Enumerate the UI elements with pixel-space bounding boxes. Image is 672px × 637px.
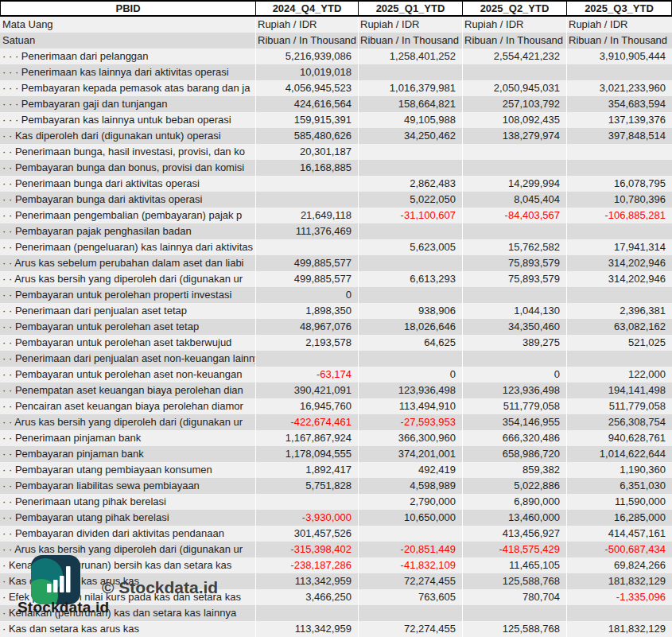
cell-value: 2,396,381	[567, 303, 672, 319]
cell-value: 256,308,754	[567, 414, 672, 430]
cell-value: 314,202,946	[567, 271, 672, 287]
row-label: · · Pembayaran utang pembiayaan konsumen	[0, 462, 256, 478]
cell-value: Ribuan / In Thousand	[256, 33, 359, 49]
cell-value	[256, 192, 359, 208]
table-row: · · Penerimaan bunga dari aktivitas oper…	[0, 176, 672, 192]
cell-value: 492,419	[359, 462, 463, 478]
cell-value: 1,016,379,981	[359, 80, 463, 96]
cell-value: 511,779,058	[463, 398, 567, 414]
cell-value: 390,421,091	[256, 383, 359, 398]
cell-value: 4,598,989	[359, 478, 463, 494]
cell-value: Ribuan / In Thousand	[463, 33, 567, 49]
cell-value: 8,045,404	[463, 192, 567, 208]
cell-value	[567, 605, 672, 621]
cell-value: 938,906	[359, 303, 463, 319]
cell-value: 15,762,582	[463, 239, 567, 255]
cell-value: 11,465,105	[463, 557, 567, 573]
cell-value: 158,664,821	[359, 96, 463, 112]
table-row: · · Arus kas bersih yang diperoleh dari …	[0, 271, 672, 287]
watermark-copyright-text: © Stockdata.id	[102, 578, 218, 597]
cell-value	[567, 64, 672, 80]
row-label: · · Penerimaan pinjaman bank	[0, 430, 256, 446]
cell-value	[359, 223, 463, 239]
table-row: · · Pembayaran utang pihak berelasi-3,93…	[0, 510, 672, 526]
cell-value: 49,105,988	[359, 112, 463, 128]
cell-value: 113,342,959	[256, 621, 359, 637]
row-label: · · Pembayaran untuk perolehan properti …	[0, 287, 256, 303]
cell-value: 414,457,161	[567, 526, 672, 542]
row-label: · · Pembayaran liabilitas sewa pembiayaa…	[0, 478, 256, 494]
cell-value: 1,892,417	[256, 462, 359, 478]
cell-value: -27,593,953	[359, 414, 463, 430]
row-label: · · Penerimaan bunga, hasil investasi, p…	[0, 144, 256, 160]
cell-value: 122,000	[567, 367, 672, 383]
cell-value: 72,274,455	[359, 573, 463, 589]
row-label: · Kas dan setara kas arus kas	[0, 621, 256, 637]
cell-value: 137,139,376	[567, 112, 672, 128]
cell-value	[256, 605, 359, 621]
cell-value: 5,623,005	[359, 239, 463, 255]
cell-value: 11,590,000	[567, 494, 672, 510]
cell-value: 16,078,795	[567, 176, 672, 192]
table-row: · · · Pembayaran gaji dan tunjangan424,6…	[0, 96, 672, 112]
cell-value: 4,056,945,523	[256, 80, 359, 96]
cell-value	[359, 255, 463, 271]
cell-value	[567, 351, 672, 367]
table-row: · · Pembayaran untuk perolehan aset non-…	[0, 367, 672, 383]
cell-value	[567, 287, 672, 303]
cell-value: 34,250,462	[359, 128, 463, 144]
row-label: · · Pembayaran pajak penghasilan badan	[0, 223, 256, 239]
cell-value: 301,457,526	[256, 526, 359, 542]
cell-value: Ribuan / In Thousand	[359, 33, 463, 49]
cell-value: 6,351,030	[567, 478, 672, 494]
cell-value: -418,575,429	[463, 542, 567, 557]
cell-value: -84,403,567	[463, 208, 567, 223]
table-row: · · Penempatan aset keuangan biaya perol…	[0, 383, 672, 398]
row-label: · · Kas diperoleh dari (digunakan untuk)…	[0, 128, 256, 144]
cell-value	[463, 287, 567, 303]
cell-value: 354,683,594	[567, 96, 672, 112]
cell-value: 389,275	[463, 335, 567, 351]
row-label: · · Pencairan aset keuangan biaya perole…	[0, 398, 256, 414]
row-label: · · Penerimaan dari penjualan aset non-k…	[0, 351, 256, 367]
cell-value: 1,044,130	[463, 303, 567, 319]
cell-value: 10,780,396	[567, 192, 672, 208]
table-row: · · Penerimaan utang pihak berelasi2,790…	[0, 494, 672, 510]
cell-value: Rupiah / IDR	[256, 17, 359, 33]
cell-value: 6,613,293	[359, 271, 463, 287]
table-row: · · Penerimaan bunga, hasil investasi, p…	[0, 144, 672, 160]
cell-value	[256, 494, 359, 510]
table-row: · · Pembayaran untuk perolehan properti …	[0, 287, 672, 303]
row-label: · · Pembayaran untuk perolehan aset takb…	[0, 335, 256, 351]
cell-value: -41,832,109	[359, 557, 463, 573]
cell-value	[256, 176, 359, 192]
cell-value	[567, 160, 672, 176]
cell-value: 1,178,094,555	[256, 446, 359, 462]
cell-value: 113,342,959	[256, 573, 359, 589]
cell-value: 499,885,577	[256, 271, 359, 287]
cell-value: 10,650,000	[359, 510, 463, 526]
cell-value: 181,832,129	[567, 621, 672, 637]
cell-value: 125,588,768	[463, 621, 567, 637]
cell-value	[463, 160, 567, 176]
cell-value: 257,103,792	[463, 96, 567, 112]
row-label: Satuan	[0, 33, 256, 49]
cell-value: 374,201,001	[359, 446, 463, 462]
row-label: · · Arus kas bersih yang diperoleh dari …	[0, 414, 256, 430]
cell-value: 424,616,564	[256, 96, 359, 112]
cell-value: 2,050,945,031	[463, 80, 567, 96]
row-label: · · Penerimaan utang pihak berelasi	[0, 494, 256, 510]
table-row: · · · Penerimaan kas lainnya dari aktivi…	[0, 64, 672, 80]
table-body: Mata UangRupiah / IDRRupiah / IDRRupiah …	[0, 17, 672, 637]
table-row: · · Pembayaran pinjaman bank1,178,094,55…	[0, 446, 672, 462]
cell-value	[359, 287, 463, 303]
cell-value: 21,649,118	[256, 208, 359, 223]
table-row: · · Arus kas bersih yang diperoleh dari …	[0, 414, 672, 430]
cell-value: -31,100,607	[359, 208, 463, 223]
cell-value: 72,274,455	[359, 621, 463, 637]
cell-value: 75,893,579	[463, 271, 567, 287]
cell-value: 859,382	[463, 462, 567, 478]
table-row: · · Pembayaran dividen dari aktivitas pe…	[0, 526, 672, 542]
table-row: · · Pembayaran untuk perolehan aset teta…	[0, 319, 672, 335]
cell-value: 138,279,974	[463, 128, 567, 144]
